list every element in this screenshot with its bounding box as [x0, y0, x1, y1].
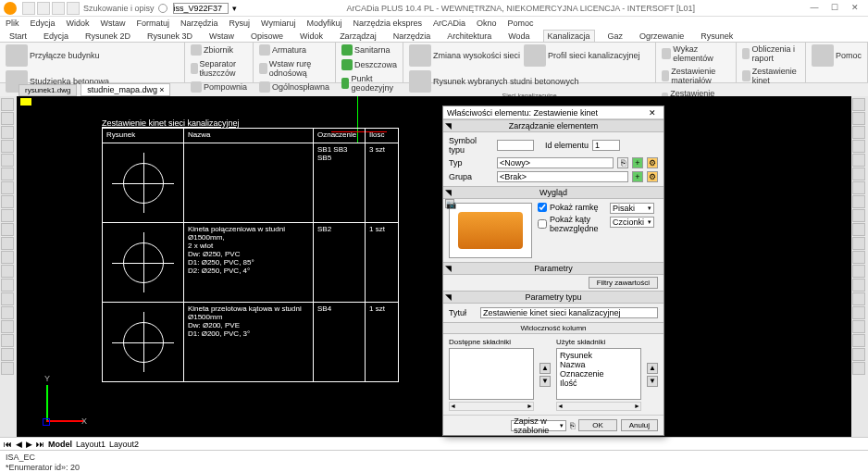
qat-btn[interactable]	[37, 2, 50, 15]
szablon-combo[interactable]: Zapisz w szablonie	[511, 420, 566, 431]
tool-button[interactable]	[1, 112, 14, 125]
menu-item[interactable]: Narzędzia	[180, 19, 218, 28]
ribbon-tab[interactable]: Woda	[504, 31, 533, 42]
ribbon-tab[interactable]: Rysunek 2D	[81, 31, 134, 42]
ribbon-tab[interactable]: Rysunek	[697, 31, 737, 42]
tool-button[interactable]	[852, 195, 865, 208]
layout-tab-model[interactable]: Model	[48, 440, 72, 449]
ribbon-tab[interactable]: Start	[6, 31, 31, 42]
dialog-close-button[interactable]: ✕	[645, 108, 660, 118]
pisaki-combo[interactable]: Pisaki	[610, 203, 654, 214]
ribbon-tab-active[interactable]: Kanalizacja	[543, 30, 595, 42]
ribbon-tab[interactable]: Zarządzaj	[336, 31, 380, 42]
tool-button[interactable]	[852, 140, 865, 153]
id-field[interactable]: 1	[592, 140, 620, 151]
ribbon-button[interactable]: Wstaw rurę odnośową	[259, 59, 329, 78]
uzyte-list[interactable]: Rysunek Nazwa Oznaczenie Ilość	[556, 348, 641, 400]
ribbon-tab[interactable]: Architektura	[443, 31, 495, 42]
ribbon-tab[interactable]: Gaz	[604, 31, 627, 42]
nav-prev-icon[interactable]: ◀	[16, 440, 22, 449]
tool-button[interactable]	[1, 237, 14, 250]
grupa-field[interactable]: <Brak>	[497, 171, 628, 182]
close-button[interactable]: ✕	[846, 2, 864, 15]
ribbon-button[interactable]: Zmiana wysokości sieci	[409, 44, 520, 67]
menu-item[interactable]: Wymiaruj	[261, 19, 295, 28]
menu-item[interactable]: Widok	[67, 19, 90, 28]
tool-button[interactable]	[852, 251, 865, 264]
tool-button[interactable]	[852, 265, 865, 278]
menu-item[interactable]: Plik	[6, 19, 19, 28]
pokaz-ramke-checkbox[interactable]	[538, 203, 547, 212]
nav-next-icon[interactable]: ▶	[26, 440, 32, 449]
nav-first-icon[interactable]: ⏮	[4, 440, 12, 449]
menu-item[interactable]: Rysuj	[229, 19, 251, 28]
tool-button[interactable]	[852, 112, 865, 125]
tool-button[interactable]	[1, 251, 14, 264]
tool-button[interactable]	[1, 279, 14, 292]
assign-button[interactable]: ⎘	[570, 421, 575, 430]
ribbon-button[interactable]: Punkt geodezyjny	[341, 74, 397, 93]
list-item[interactable]: Ilość	[559, 379, 639, 388]
ribbon-button[interactable]: Separator tłuszczów	[191, 59, 247, 78]
tool-button[interactable]	[852, 320, 865, 333]
typ-field[interactable]: <Nowy>	[497, 157, 614, 168]
ribbon-tab[interactable]: Edycja	[40, 31, 72, 42]
tool-button[interactable]	[852, 334, 865, 347]
tool-button[interactable]	[1, 292, 14, 305]
move-up-button[interactable]: ▲	[647, 363, 658, 374]
anuluj-button[interactable]: Anuluj	[621, 419, 658, 431]
tool-button[interactable]	[1, 265, 14, 278]
tool-button[interactable]	[852, 362, 865, 375]
tool-button[interactable]	[852, 154, 865, 167]
tool-button[interactable]	[1, 306, 14, 319]
tool-button[interactable]	[1, 98, 14, 111]
ribbon-button[interactable]: Deszczowa	[341, 59, 397, 70]
section-header[interactable]: ◥Parametry	[443, 262, 663, 275]
assign-button[interactable]: ⎘	[617, 157, 628, 168]
section-header[interactable]: ◥Wygląd	[443, 186, 663, 199]
settings-button[interactable]: ⚙	[647, 157, 658, 168]
maximize-button[interactable]: ☐	[825, 2, 844, 15]
tool-button[interactable]	[1, 362, 14, 375]
ribbon-button[interactable]: Sanitarna	[341, 44, 397, 56]
tool-button[interactable]	[1, 154, 14, 167]
tool-button[interactable]	[1, 181, 14, 194]
tool-button[interactable]	[1, 168, 14, 180]
tool-button[interactable]	[852, 306, 865, 319]
section-header[interactable]: ◥Zarządzanie elementem	[443, 119, 663, 132]
layout-tab[interactable]: Layout1	[76, 440, 105, 449]
ribbon-button[interactable]: Armatura	[259, 44, 329, 56]
move-up-button[interactable]: ▲	[539, 363, 551, 374]
tytul-field[interactable]: Zestawienie kinet sieci kanalizacyjnej	[480, 307, 658, 318]
move-down-button[interactable]: ▼	[539, 376, 551, 387]
tool-button[interactable]	[1, 126, 14, 139]
ribbon-button[interactable]: Pomoc	[812, 44, 862, 67]
add-button[interactable]: +	[632, 171, 643, 182]
command-line[interactable]: ISA_EC *Enumerator id»: 20	[0, 450, 868, 472]
tool-button[interactable]	[852, 209, 865, 222]
ribbon-tab[interactable]: Opisowe	[247, 31, 287, 42]
doc-tab[interactable]: rysunek1.dwg	[19, 84, 77, 96]
tool-button[interactable]	[852, 181, 865, 194]
ribbon-tab[interactable]: Narzędzia	[390, 31, 435, 42]
qat-btn[interactable]	[22, 2, 35, 15]
tool-button[interactable]	[852, 168, 865, 180]
pokaz-katy-checkbox[interactable]	[538, 219, 547, 229]
qat-btn[interactable]	[67, 2, 80, 15]
tool-button[interactable]	[1, 334, 14, 347]
nav-last-icon[interactable]: ⏭	[36, 440, 44, 449]
scrollbar-h[interactable]	[449, 402, 534, 411]
tool-button[interactable]	[852, 279, 865, 292]
ribbon-button[interactable]: Zestawienie kinet	[742, 67, 800, 85]
tool-button[interactable]	[1, 320, 14, 333]
filtry-button[interactable]: Filtry zawartości	[589, 277, 658, 289]
menu-item[interactable]: Modyfikuj	[307, 19, 342, 28]
symbol-typu-field[interactable]	[497, 140, 534, 151]
tool-button[interactable]	[1, 195, 14, 208]
camera-icon[interactable]: 📷	[445, 199, 454, 208]
menu-item[interactable]: Pomoc	[508, 19, 534, 28]
ribbon-button[interactable]: Zestawienie materiałów	[662, 67, 730, 85]
tool-button[interactable]	[1, 209, 14, 222]
list-item[interactable]: Nazwa	[559, 360, 639, 369]
tool-button[interactable]	[1, 140, 14, 153]
